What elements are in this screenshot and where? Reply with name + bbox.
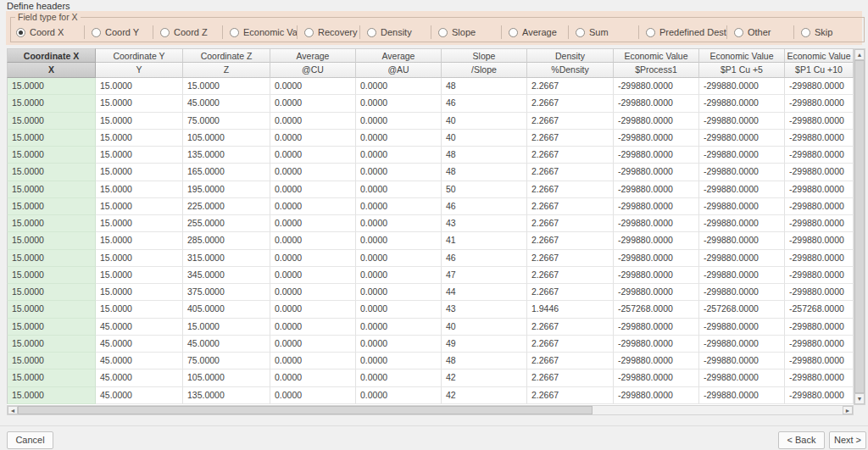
cancel-button[interactable]: Cancel — [7, 431, 53, 449]
table-row[interactable]: 15.000015.000075.00000.00000.0000402.266… — [7, 113, 854, 130]
table-cell[interactable]: -299880.0000 — [699, 198, 785, 215]
table-cell[interactable]: -257268.0000 — [614, 301, 699, 318]
table-cell[interactable]: 45.0000 — [96, 387, 183, 404]
table-cell[interactable]: 0.0000 — [270, 369, 356, 386]
table-cell[interactable]: -299880.0000 — [614, 198, 699, 215]
table-cell[interactable]: 2.2667 — [527, 198, 614, 215]
table-cell[interactable]: 105.0000 — [183, 369, 270, 386]
table-cell[interactable]: -299880.0000 — [614, 284, 699, 301]
table-cell[interactable]: -299880.0000 — [699, 250, 785, 267]
table-row[interactable]: 15.000045.0000135.00000.00000.0000422.26… — [7, 387, 854, 404]
vertical-scrollbar-thumb[interactable] — [854, 60, 865, 393]
table-cell[interactable]: -299880.0000 — [614, 78, 699, 95]
table-cell[interactable]: 0.0000 — [270, 130, 356, 147]
table-cell[interactable]: 15.0000 — [7, 319, 96, 336]
table-cell[interactable]: -299880.0000 — [699, 232, 785, 249]
table-cell[interactable]: 0.0000 — [270, 232, 356, 249]
table-cell[interactable]: 15.0000 — [96, 232, 183, 249]
table-cell[interactable]: 15.0000 — [7, 78, 96, 95]
column-header[interactable]: Average — [356, 48, 442, 63]
table-cell[interactable]: 43 — [442, 215, 527, 232]
table-cell[interactable]: -299880.0000 — [699, 95, 785, 112]
scroll-down-icon[interactable]: ▼ — [854, 393, 865, 404]
table-cell[interactable]: -299880.0000 — [614, 113, 699, 130]
table-cell[interactable]: -299880.0000 — [699, 387, 785, 404]
table-row[interactable]: 15.000015.0000375.00000.00000.0000442.26… — [7, 284, 854, 301]
table-cell[interactable]: 43 — [442, 301, 527, 318]
radio-option-recovery[interactable]: Recovery — [297, 25, 359, 39]
table-row[interactable]: 15.000015.0000195.00000.00000.0000502.26… — [7, 181, 854, 198]
column-subheader[interactable]: $P1 Cu +10 — [785, 63, 854, 78]
table-cell[interactable]: 0.0000 — [356, 284, 442, 301]
table-cell[interactable]: 105.0000 — [183, 130, 270, 147]
table-cell[interactable]: 48 — [442, 147, 527, 164]
column-header[interactable]: Slope — [442, 48, 527, 63]
table-cell[interactable]: -299880.0000 — [699, 113, 785, 130]
table-cell[interactable]: 2.2667 — [527, 284, 614, 301]
table-cell[interactable]: 15.0000 — [183, 319, 270, 336]
table-cell[interactable]: 0.0000 — [270, 95, 356, 112]
table-cell[interactable]: 15.0000 — [7, 181, 96, 198]
table-cell[interactable]: 48 — [442, 78, 527, 95]
table-cell[interactable]: -299880.0000 — [614, 369, 699, 386]
table-cell[interactable]: -299880.0000 — [785, 267, 854, 284]
table-cell[interactable]: 0.0000 — [270, 164, 356, 181]
table-cell[interactable]: 15.0000 — [7, 301, 96, 318]
horizontal-scrollbar[interactable]: ◄ ► — [7, 405, 854, 415]
radio-option-slope[interactable]: Slope — [431, 25, 501, 39]
table-cell[interactable]: 75.0000 — [183, 113, 270, 130]
table-cell[interactable]: -299880.0000 — [785, 113, 854, 130]
table-cell[interactable]: 0.0000 — [270, 215, 356, 232]
radio-option-skip[interactable]: Skip — [793, 25, 864, 39]
table-cell[interactable]: 15.0000 — [96, 78, 183, 95]
table-cell[interactable]: 15.0000 — [7, 267, 96, 284]
table-cell[interactable]: -299880.0000 — [614, 147, 699, 164]
next-button[interactable]: Next > — [829, 431, 866, 449]
table-cell[interactable]: 15.0000 — [7, 250, 96, 267]
table-cell[interactable]: 0.0000 — [270, 181, 356, 198]
table-cell[interactable]: -299880.0000 — [614, 250, 699, 267]
table-cell[interactable]: 0.0000 — [356, 369, 442, 386]
column-header[interactable]: Economic Value — [614, 48, 699, 63]
table-cell[interactable]: 135.0000 — [183, 147, 270, 164]
table-cell[interactable]: 41 — [442, 232, 527, 249]
table-cell[interactable]: 2.2667 — [527, 95, 614, 112]
table-cell[interactable]: -299880.0000 — [699, 147, 785, 164]
table-row[interactable]: 15.000015.0000285.00000.00000.0000412.26… — [7, 232, 854, 249]
table-cell[interactable]: 2.2667 — [527, 164, 614, 181]
radio-option-other[interactable]: Other — [726, 25, 793, 39]
column-subheader[interactable]: X — [7, 63, 96, 78]
table-cell[interactable]: 40 — [442, 319, 527, 336]
table-cell[interactable]: -299880.0000 — [614, 336, 699, 353]
table-cell[interactable]: 0.0000 — [356, 130, 442, 147]
column-subheader[interactable]: Z — [183, 63, 270, 78]
radio-option-coord-z[interactable]: Coord Z — [153, 25, 222, 39]
vertical-scrollbar[interactable]: ▲ ▼ — [854, 48, 865, 405]
table-cell[interactable]: 285.0000 — [183, 232, 270, 249]
column-subheader[interactable]: @AU — [356, 63, 442, 78]
column-header[interactable]: Economic Value — [785, 48, 854, 63]
radio-option-predefined-destinations[interactable]: Predefined Destinations — [638, 25, 726, 39]
table-cell[interactable]: -299880.0000 — [785, 130, 854, 147]
table-cell[interactable]: -299880.0000 — [699, 319, 785, 336]
table-cell[interactable]: 15.0000 — [183, 78, 270, 95]
table-cell[interactable]: -299880.0000 — [614, 387, 699, 404]
radio-option-average[interactable]: Average — [501, 25, 568, 39]
table-cell[interactable]: 47 — [442, 267, 527, 284]
column-subheader[interactable]: $P1 Cu +5 — [699, 63, 785, 78]
table-cell[interactable]: 2.2667 — [527, 232, 614, 249]
table-cell[interactable]: 0.0000 — [356, 232, 442, 249]
table-cell[interactable]: 15.0000 — [7, 215, 96, 232]
table-cell[interactable]: 0.0000 — [356, 387, 442, 404]
table-cell[interactable]: 42 — [442, 369, 527, 386]
back-button[interactable]: < Back — [778, 431, 825, 449]
table-cell[interactable]: 46 — [442, 250, 527, 267]
table-cell[interactable]: 40 — [442, 130, 527, 147]
table-cell[interactable]: 0.0000 — [270, 336, 356, 353]
table-cell[interactable]: 46 — [442, 198, 527, 215]
column-subheader[interactable]: /Slope — [442, 63, 527, 78]
radio-option-density[interactable]: Density — [359, 25, 431, 39]
radio-option-coord-y[interactable]: Coord Y — [84, 25, 153, 39]
scroll-right-icon[interactable]: ► — [843, 406, 853, 414]
table-cell[interactable]: 135.0000 — [183, 387, 270, 404]
